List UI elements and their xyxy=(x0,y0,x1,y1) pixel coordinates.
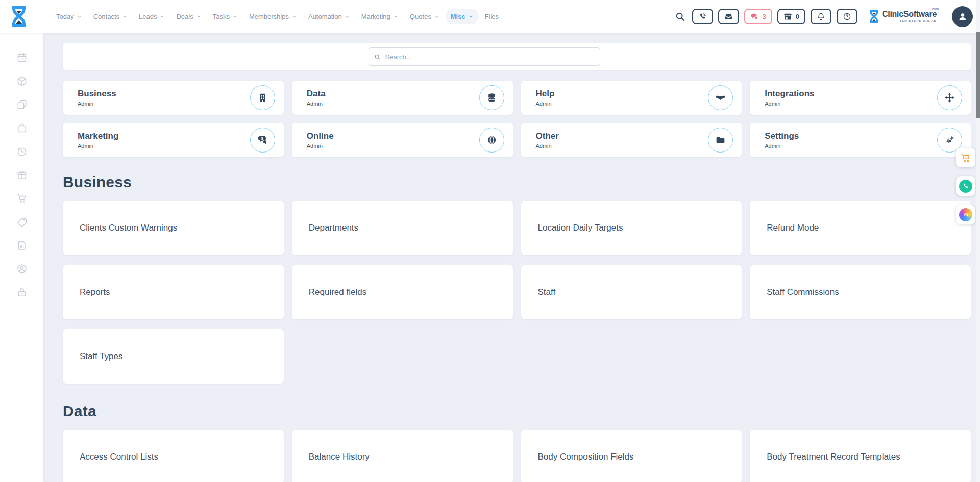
card-balance-history[interactable]: Balance History xyxy=(292,430,513,482)
sidebar-item-shopping-cart[interactable] xyxy=(16,193,28,204)
card-access-control-lists[interactable]: Access Control Lists xyxy=(63,430,284,482)
card-staff[interactable]: Staff xyxy=(521,265,742,319)
sidebar-item-gift[interactable] xyxy=(16,169,28,181)
nav-item-contacts[interactable]: Contacts xyxy=(88,9,133,24)
search-icon[interactable] xyxy=(675,11,685,22)
gift-icon xyxy=(16,169,28,181)
section-heading: Business xyxy=(63,173,971,191)
sidebar-item-lock[interactable] xyxy=(16,287,28,298)
brand-logo: ClinicSoftware .com TEN STEPS AHEAD xyxy=(869,9,937,24)
category-icon-circle xyxy=(708,128,733,153)
card-body-treatment-record-templates[interactable]: Body Treatment Record Templates xyxy=(750,430,971,482)
inbox-button[interactable] xyxy=(718,9,739,24)
card-required-fields[interactable]: Required fields xyxy=(292,265,513,319)
cart-orange-floating-button[interactable] xyxy=(956,148,975,167)
search-input[interactable] xyxy=(384,53,595,61)
category-card-online[interactable]: OnlineAdmin xyxy=(292,123,513,157)
sidebar-item-account[interactable] xyxy=(16,263,28,274)
category-card-business[interactable]: BusinessAdmin xyxy=(63,81,284,115)
page-search-box[interactable] xyxy=(369,47,600,66)
top-navbar: TodayContactsLeadsDealsTasksMembershipsA… xyxy=(0,0,980,33)
search-icon xyxy=(374,54,381,60)
category-card-settings[interactable]: SettingsAdmin xyxy=(750,123,971,157)
category-card-other[interactable]: OtherAdmin xyxy=(521,123,742,157)
category-card-help[interactable]: HelpAdmin xyxy=(521,81,742,115)
sidebar-item-package[interactable] xyxy=(16,75,28,87)
nav-item-quotes[interactable]: Quotes xyxy=(405,9,445,24)
store-button[interactable]: 0 xyxy=(777,9,805,24)
calendar-icon: 12 xyxy=(16,52,28,63)
nav-item-automation[interactable]: Automation xyxy=(303,9,355,24)
card-title: Reports xyxy=(80,287,110,297)
sidebar-item-copy[interactable] xyxy=(16,99,28,110)
nav-item-label: Misc xyxy=(451,13,465,20)
category-subtitle: Admin xyxy=(536,100,555,107)
search-panel xyxy=(63,43,971,70)
nav-item-tasks[interactable]: Tasks xyxy=(208,9,243,24)
nav-item-memberships[interactable]: Memberships xyxy=(244,9,302,24)
nav-actions: 30 xyxy=(692,9,857,24)
nav-item-label: Marketing xyxy=(361,13,390,20)
nav-item-today[interactable]: Today xyxy=(51,9,87,24)
chevron-down-icon xyxy=(232,14,238,19)
category-icon-circle xyxy=(937,85,962,110)
category-title: Help xyxy=(536,89,555,99)
chevron-down-icon xyxy=(77,14,82,19)
whatsapp-floating-button[interactable] xyxy=(956,176,975,196)
gears-icon xyxy=(944,135,955,145)
category-card-data[interactable]: DataAdmin xyxy=(292,81,513,115)
scrollbar[interactable] xyxy=(976,0,980,482)
category-card-integrations[interactable]: IntegrationsAdmin xyxy=(750,81,971,115)
chevron-down-icon xyxy=(434,14,439,19)
chevron-down-icon xyxy=(159,14,165,19)
move-icon xyxy=(944,92,955,103)
category-card-marketing[interactable]: MarketingAdmin$ xyxy=(63,123,284,157)
globe-icon xyxy=(486,135,497,145)
card-clients-custom-warnings[interactable]: Clients Custom Warnings xyxy=(63,201,284,255)
ai-floating-button[interactable]: AI xyxy=(956,205,975,224)
brand-hourglass-icon xyxy=(869,9,879,24)
card-refund-mode[interactable]: Refund Mode xyxy=(750,201,971,255)
nav-item-marketing[interactable]: Marketing xyxy=(356,9,404,24)
card-staff-types[interactable]: Staff Types xyxy=(63,329,284,384)
category-title: Integrations xyxy=(765,89,814,99)
help-button[interactable] xyxy=(837,9,857,24)
card-body-composition-fields[interactable]: Body Composition Fields xyxy=(521,430,742,482)
nav-item-label: Contacts xyxy=(93,13,119,20)
nav-item-files[interactable]: Files xyxy=(480,9,504,24)
navbar-right: 30 ClinicSoftware .com TEN STEPS AHEAD xyxy=(675,6,973,27)
nav-item-deals[interactable]: Deals xyxy=(171,9,206,24)
whatsapp-icon xyxy=(959,180,972,193)
badge-count: 0 xyxy=(796,13,799,20)
user-avatar[interactable] xyxy=(952,6,973,27)
bell-button[interactable] xyxy=(811,9,831,24)
bell-icon xyxy=(817,12,825,21)
card-location-daily-targets[interactable]: Location Daily Targets xyxy=(521,201,742,255)
nav-item-leads[interactable]: Leads xyxy=(134,9,170,24)
card-departments[interactable]: Departments xyxy=(292,201,513,255)
copy-icon xyxy=(16,99,28,110)
sidebar-item-shopping-bag[interactable] xyxy=(16,122,28,134)
card-title: Staff Types xyxy=(80,351,122,362)
nav-item-misc[interactable]: Misc xyxy=(446,9,479,24)
store-icon xyxy=(783,12,792,21)
category-subtitle: Admin xyxy=(307,100,326,107)
money-chat-icon: $ xyxy=(257,135,268,145)
sidebar-item-report[interactable] xyxy=(16,240,28,251)
chat-button[interactable]: 3 xyxy=(744,9,772,24)
phone-button[interactable] xyxy=(692,9,713,24)
card-staff-commissions[interactable]: Staff Commissions xyxy=(750,265,971,319)
scrollbar-thumb[interactable] xyxy=(976,32,980,118)
brand-tld: .com xyxy=(931,7,939,11)
main-menu: TodayContactsLeadsDealsTasksMembershipsA… xyxy=(51,9,504,24)
sidebar-item-tag[interactable] xyxy=(16,216,28,227)
sidebar-item-history[interactable] xyxy=(16,146,28,157)
card-reports[interactable]: Reports xyxy=(63,265,284,319)
category-grid: BusinessAdminDataAdminHelpAdminIntegrati… xyxy=(63,81,971,157)
category-icon-circle xyxy=(479,85,504,110)
sidebar-item-calendar[interactable]: 12 xyxy=(16,52,28,63)
sections-wrap: BusinessClients Custom WarningsDepartmen… xyxy=(63,173,971,482)
app-logo-icon[interactable] xyxy=(10,5,28,28)
card-title: Refund Mode xyxy=(767,223,819,233)
card-title: Body Composition Fields xyxy=(538,452,634,462)
